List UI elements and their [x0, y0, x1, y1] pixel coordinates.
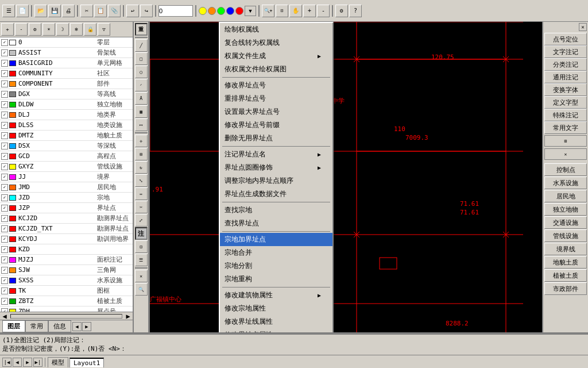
- layer-list[interactable]: 0零层ASSIST骨架线BASICGRID单元网格COMMUNITY社区COMP…: [0, 37, 133, 312]
- layer-row[interactable]: DLDW独立地物: [0, 99, 133, 110]
- layer-all-on-btn[interactable]: ☀: [42, 23, 55, 36]
- nav-last[interactable]: ▶|: [33, 358, 42, 367]
- menu-item[interactable]: 界址点圆圈修饰▶: [220, 161, 332, 174]
- layer-row[interactable]: DSX等深线: [0, 141, 133, 151]
- menu-item[interactable]: 设置最大界址点号: [220, 105, 332, 118]
- open-btn[interactable]: 📂: [34, 5, 47, 17]
- layer-del-btn[interactable]: -: [15, 23, 28, 36]
- menu-item[interactable]: 修改界址点号前缀: [220, 118, 332, 132]
- vert-copy-btn[interactable]: ⊞: [135, 148, 148, 160]
- layer-check[interactable]: [1, 39, 8, 46]
- layer-check[interactable]: [1, 122, 8, 129]
- layer-check[interactable]: [1, 288, 8, 294]
- tab-prev-btn[interactable]: ◀: [72, 322, 82, 331]
- right-btn-点号定位[interactable]: 点号定位: [544, 33, 587, 45]
- layer-row[interactable]: JJ境界: [0, 172, 133, 182]
- right-icon-1[interactable]: ⊞: [544, 135, 587, 147]
- vert-scale-btn[interactable]: ⤡: [135, 174, 148, 187]
- cut-btn[interactable]: ✂: [80, 5, 93, 17]
- layer-prop-btn[interactable]: ⚙: [29, 23, 41, 36]
- vert-draw-btn[interactable]: ╱: [135, 39, 148, 52]
- vert-circle-btn[interactable]: ○: [135, 66, 148, 78]
- model-tab[interactable]: 模型: [48, 357, 68, 367]
- right-bottom-btn-交通设施[interactable]: 交通设施: [544, 216, 587, 229]
- layer-check[interactable]: [1, 132, 8, 139]
- menu-item[interactable]: 宗地分割: [220, 259, 332, 273]
- layer-row[interactable]: KCYDJ勘训用地界: [0, 234, 133, 244]
- menu-item[interactable]: 修改界址线属性: [220, 315, 332, 328]
- layer-new-btn[interactable]: +: [1, 23, 14, 36]
- menu-item[interactable]: 修改建筑物属性▶: [220, 289, 332, 302]
- menu-item[interactable]: 修改界址点号: [220, 79, 332, 92]
- menu-item[interactable]: 查找宗地: [220, 204, 332, 217]
- vert-block-btn[interactable]: ⊡: [135, 240, 148, 253]
- layer-check[interactable]: [1, 205, 8, 212]
- paste-btn[interactable]: 📎: [108, 5, 121, 17]
- layer-check[interactable]: [1, 91, 8, 98]
- right-bottom-btn-居民地[interactable]: 居民地: [544, 190, 587, 202]
- tab-layer[interactable]: 图层: [2, 320, 25, 332]
- right-bottom-btn-独立地物[interactable]: 独立地物: [544, 203, 587, 216]
- menu-item[interactable]: 复合线转为权属线: [220, 36, 332, 49]
- layer-row[interactable]: DLSS地类设施: [0, 120, 133, 131]
- layer-check[interactable]: [1, 49, 8, 56]
- layer-row[interactable]: 0零层: [0, 37, 133, 48]
- layer-row[interactable]: SJW三角网: [0, 265, 133, 275]
- layer-check[interactable]: [1, 60, 8, 67]
- copy-btn[interactable]: 📋: [94, 5, 107, 17]
- vert-select-btn[interactable]: 重: [135, 23, 148, 36]
- vert-attrib-btn[interactable]: ☰: [135, 254, 148, 266]
- menu-item[interactable]: 宗地合并: [220, 246, 332, 259]
- layer-row[interactable]: ZDH展点号: [0, 306, 133, 312]
- zoom-window-btn[interactable]: 🔍+: [262, 5, 274, 17]
- color-orange[interactable]: [208, 7, 216, 15]
- right-bottom-btn-市政部件[interactable]: 市政部件: [544, 282, 587, 295]
- vert-rect-btn[interactable]: □: [135, 52, 148, 65]
- layer-row[interactable]: SXSS水系设施: [0, 275, 133, 286]
- layer-check[interactable]: [1, 101, 8, 108]
- menu-item[interactable]: 界址点生成数据文件: [220, 187, 332, 201]
- layer-row[interactable]: KCJZD_TXT勘测界址点: [0, 224, 133, 234]
- right-bottom-btn-控制点[interactable]: 控制点: [544, 163, 587, 176]
- layer-check[interactable]: [1, 112, 8, 118]
- color-green[interactable]: [217, 7, 225, 15]
- menu-item[interactable]: 绘制权属线: [220, 23, 332, 36]
- menu-item[interactable]: 宗地加界址点: [220, 233, 332, 246]
- layer-row[interactable]: DLJ地类界: [0, 110, 133, 120]
- help-btn[interactable]: ?: [349, 5, 362, 17]
- right-icon-2[interactable]: ✕: [544, 148, 587, 160]
- right-bottom-btn-境界线[interactable]: 境界线: [544, 243, 587, 255]
- vert-extend-btn[interactable]: ⤢: [135, 214, 148, 227]
- undo-btn[interactable]: ↩: [126, 5, 139, 17]
- zoom-extents-btn[interactable]: ⊡: [276, 5, 288, 17]
- layer-check[interactable]: [1, 277, 8, 284]
- right-btn-变换字体[interactable]: 变换字体: [544, 83, 587, 96]
- right-bottom-btn-植被土质[interactable]: 植被土质: [544, 269, 587, 282]
- layer-row[interactable]: ASSIST骨架线: [0, 48, 133, 58]
- right-btn-文字注记[interactable]: 文字注记: [544, 45, 587, 58]
- menu-item[interactable]: 调整宗地内界址点顺序: [220, 174, 332, 187]
- vert-mirror-btn[interactable]: ⇔: [135, 187, 148, 200]
- menu-icon[interactable]: ☰: [2, 5, 15, 17]
- menu-item[interactable]: 依权属文件绘权属图: [220, 63, 332, 76]
- vert-annotation-btn[interactable]: 注: [135, 227, 148, 240]
- right-btn-分类注记[interactable]: 分类注记: [544, 58, 587, 71]
- vert-move-btn[interactable]: ✛: [135, 135, 148, 147]
- print-btn[interactable]: 🖨: [62, 5, 75, 17]
- layer-all-off-btn[interactable]: ☽: [56, 23, 69, 36]
- right-btn-特殊注记[interactable]: 特殊注记: [544, 109, 587, 121]
- layer-check[interactable]: [1, 163, 8, 170]
- layer-check[interactable]: [1, 236, 8, 243]
- layer-check[interactable]: [1, 246, 8, 253]
- layer-freeze-btn[interactable]: ❄: [70, 23, 83, 36]
- layer-check[interactable]: [1, 267, 8, 274]
- layer-check[interactable]: [1, 143, 8, 150]
- menu-item[interactable]: 宗地重构: [220, 273, 332, 286]
- layer-row[interactable]: DGX等高线: [0, 89, 133, 99]
- layer-row[interactable]: MJZJ面积注记: [0, 255, 133, 265]
- vert-text-btn[interactable]: A: [135, 92, 148, 105]
- pan-btn[interactable]: ✋: [289, 5, 302, 17]
- right-bottom-btn-水系设施[interactable]: 水系设施: [544, 177, 587, 189]
- right-btn-通用注记[interactable]: 通用注记: [544, 71, 587, 83]
- color-blue[interactable]: [226, 7, 234, 15]
